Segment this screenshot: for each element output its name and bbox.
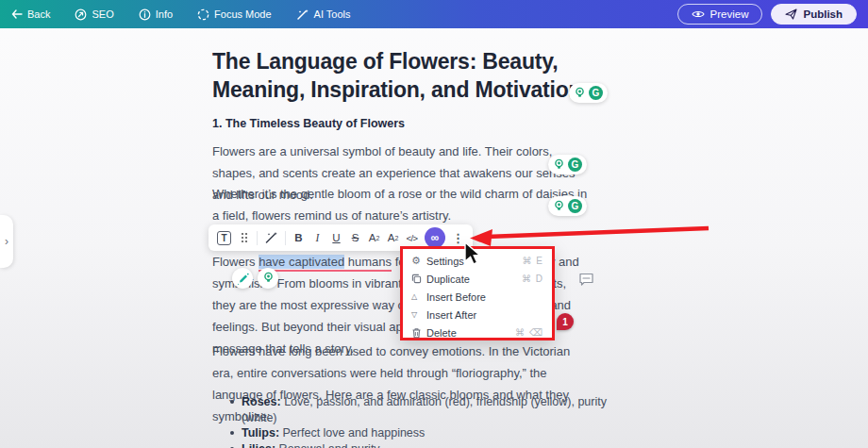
gear-icon: ⚙ (411, 255, 426, 267)
paper-plane-icon (785, 8, 797, 20)
preview-label: Preview (710, 8, 749, 20)
drag-dots-icon (241, 232, 248, 243)
menu-item-insert-after[interactable]: ▽ Insert After (403, 306, 552, 324)
underline-button[interactable]: U (330, 228, 342, 247)
link-button[interactable]: ∞ (425, 227, 445, 248)
list-item[interactable]: Lilies: Renewal and purity (229, 441, 607, 448)
list-desc: Renewal and purity (275, 442, 379, 448)
focus-mode-button[interactable]: Focus Mode (197, 8, 272, 21)
grammarly-icon: G (568, 199, 582, 213)
more-options-button[interactable]: ⋮ (452, 228, 464, 247)
seo-button[interactable]: SEO (75, 8, 113, 21)
list-desc: Love, passion, and admiration (red), fri… (242, 395, 607, 424)
subscript-base: A (388, 232, 395, 243)
menu-item-settings[interactable]: ⚙ Settings ⌘ E (403, 252, 552, 270)
suggestion-lightbulb-icon (262, 272, 275, 285)
suggestion-button[interactable] (258, 268, 278, 289)
symbolism-list: Roses: Love, passion, and admiration (re… (229, 394, 607, 448)
list-term: Roses: (242, 395, 281, 408)
menu-shortcut: ⌘ D (522, 274, 543, 284)
menu-item-delete[interactable]: Delete ⌘ ⌫ (403, 324, 552, 341)
sidebar-expand-handle[interactable]: › (0, 215, 13, 268)
back-button[interactable]: Back (11, 8, 50, 20)
block-context-menu: ⚙ Settings ⌘ E Duplicate ⌘ D △ Insert Be… (403, 249, 552, 344)
strikethrough-button[interactable]: S (349, 228, 361, 247)
menu-item-insert-before[interactable]: △ Insert Before (403, 288, 552, 306)
chevron-right-icon: › (5, 235, 8, 248)
preview-button[interactable]: Preview (677, 4, 763, 25)
grammarly-icon: G (568, 158, 582, 172)
bold-button[interactable]: B (292, 228, 305, 247)
list-item[interactable]: Tulips: Perfect love and happiness (229, 425, 607, 441)
menu-label: Duplicate (426, 274, 470, 285)
topbar-actions: Preview Publish (677, 4, 857, 25)
duplicate-icon (411, 274, 426, 284)
focus-mode-icon (197, 8, 209, 21)
ai-tools-button[interactable]: AI Tools (296, 8, 351, 21)
magic-wand-icon (296, 8, 309, 21)
title-assistant-pill[interactable]: G (569, 83, 608, 103)
menu-label: Delete (426, 327, 457, 339)
underlined-text: humans (344, 255, 392, 269)
superscript-base: A (369, 232, 376, 243)
grammarly-icon: G (589, 86, 603, 100)
magic-wand-icon (264, 231, 278, 244)
menu-label: Settings (426, 256, 464, 267)
superscript-mark: 2 (376, 235, 379, 241)
menu-label: Insert After (426, 309, 476, 321)
menu-shortcut: ⌘ E (523, 256, 543, 266)
paragraph-3-text: Flowers (212, 255, 259, 269)
publish-button[interactable]: Publish (771, 4, 857, 25)
focus-mode-label: Focus Mode (214, 8, 272, 20)
list-term: Lilies: (242, 442, 275, 448)
subscript-button[interactable]: A2 (387, 228, 399, 247)
comment-bubble-icon[interactable] (578, 273, 594, 290)
suggestion-lightbulb-icon (574, 87, 586, 100)
menu-item-duplicate[interactable]: Duplicate ⌘ D (403, 270, 552, 288)
list-desc: Perfect love and happiness (279, 426, 425, 440)
menu-label: Insert Before (426, 291, 486, 303)
italic-button[interactable]: I (311, 228, 324, 247)
comment-pin-badge[interactable]: 1 (557, 313, 574, 330)
editor-screen: Back SEO Info Focus Mode AI Tools Previe… (0, 0, 868, 448)
superscript-button[interactable]: A2 (368, 228, 380, 247)
publish-label: Publish (803, 8, 843, 20)
magic-edit-button[interactable] (232, 268, 253, 289)
comment-count: 1 (562, 317, 568, 327)
section-heading[interactable]: 1. The Timeless Beauty of Flowers (212, 117, 405, 130)
list-term: Tulips: (242, 426, 279, 440)
suggestion-lightbulb-icon (553, 200, 565, 213)
back-label: Back (27, 8, 50, 20)
info-label: Info (156, 8, 173, 20)
grammar-underline: have captivated humans (259, 255, 392, 272)
triangle-down-icon: ▽ (411, 310, 426, 319)
text-style-button[interactable]: T (217, 231, 231, 245)
toolbar-divider (285, 231, 286, 245)
selected-text[interactable]: have captivated (259, 255, 344, 269)
context-menu-annotation-box: ⚙ Settings ⌘ E Duplicate ⌘ D △ Insert Be… (400, 246, 555, 340)
code-button[interactable]: </> (406, 228, 418, 247)
info-icon (139, 8, 151, 21)
ai-tools-label: AI Tools (314, 8, 351, 20)
page-title[interactable]: The Language of Flowers: Beauty, Meaning… (212, 47, 607, 104)
top-navigation-bar: Back SEO Info Focus Mode AI Tools Previe… (0, 0, 868, 28)
list-item[interactable]: Roses: Love, passion, and admiration (re… (229, 394, 607, 425)
seo-gauge-icon (75, 8, 87, 21)
trash-icon (411, 327, 426, 339)
suggestion-lightbulb-icon (553, 158, 565, 172)
triangle-up-icon: △ (411, 292, 426, 301)
seo-label: SEO (92, 8, 113, 20)
magic-pencil-icon (237, 273, 249, 285)
back-arrow-icon (11, 9, 23, 19)
drag-handle[interactable] (238, 228, 250, 247)
ai-rewrite-button[interactable] (264, 228, 278, 247)
paragraph-2[interactable]: Whether it’s the gentle bloom of a rose … (212, 183, 588, 226)
menu-shortcut: ⌘ ⌫ (515, 327, 543, 338)
info-button[interactable]: Info (139, 8, 173, 21)
toolbar-divider (257, 231, 258, 245)
eye-icon (692, 9, 705, 19)
paragraph-1-assistant-pill[interactable]: G (548, 155, 587, 174)
subscript-mark: 2 (394, 235, 398, 241)
paragraph-2-assistant-pill[interactable]: G (548, 196, 587, 216)
